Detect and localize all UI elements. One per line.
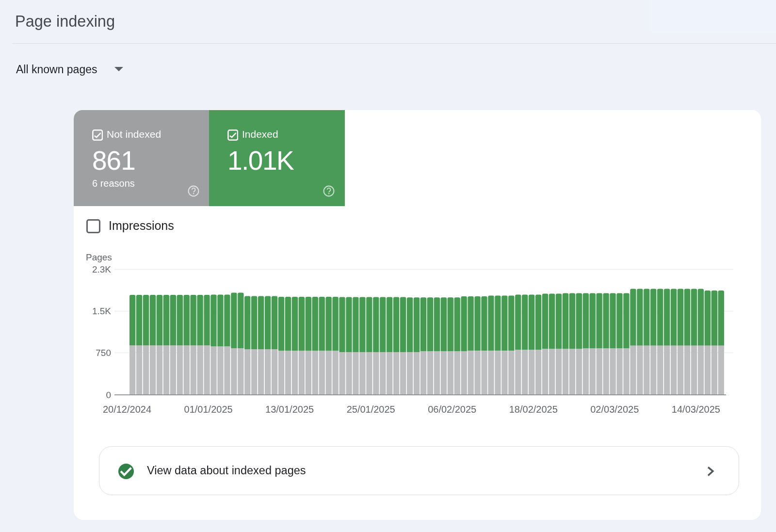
svg-text:18/02/2025: 18/02/2025 xyxy=(509,404,558,415)
svg-text:14/03/2025: 14/03/2025 xyxy=(672,404,720,415)
svg-text:1.5K: 1.5K xyxy=(92,306,111,316)
svg-text:02/03/2025: 02/03/2025 xyxy=(590,404,639,415)
svg-text:25/01/2025: 25/01/2025 xyxy=(347,404,395,415)
svg-text:0: 0 xyxy=(106,390,111,400)
svg-text:20/12/2024: 20/12/2024 xyxy=(103,404,151,415)
svg-text:750: 750 xyxy=(96,348,111,358)
svg-text:13/01/2025: 13/01/2025 xyxy=(265,404,314,415)
svg-text:06/02/2025: 06/02/2025 xyxy=(428,404,476,415)
svg-text:01/01/2025: 01/01/2025 xyxy=(184,404,233,415)
svg-text:2.3K: 2.3K xyxy=(92,264,111,274)
